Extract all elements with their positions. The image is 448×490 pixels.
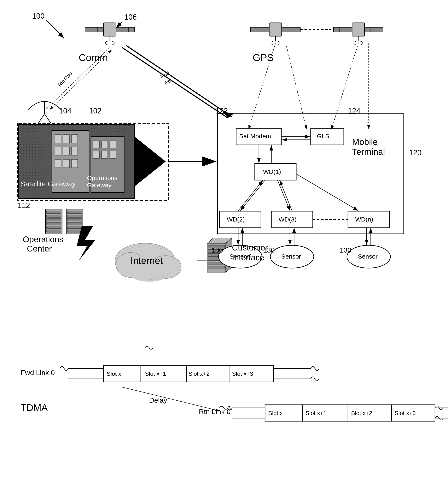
mobile-terminal-label: Mobile <box>352 137 378 147</box>
svg-rect-87 <box>47 215 61 217</box>
satellite-gateway-label: Satellite Gateway <box>21 180 76 188</box>
sensor3-label: Sensor <box>358 253 377 260</box>
diagram: Fwd Rtn Fwd Rtn <box>0 0 448 490</box>
svg-rect-74 <box>93 141 99 148</box>
rtn-link-label: Rtn Link 0 <box>199 408 231 415</box>
main-diagram-svg: Fwd Rtn Fwd Rtn <box>0 0 448 490</box>
svg-rect-93 <box>67 211 82 214</box>
rtn-slot-x2-label: Slot x+2 <box>351 410 372 416</box>
svg-rect-98 <box>67 230 82 232</box>
mobile-terminal-number-label: 120 <box>409 149 421 157</box>
mobile-terminal-box-number-label: 122 <box>215 107 228 115</box>
fwd-slot-x-label: Slot x <box>107 371 121 377</box>
svg-line-163 <box>122 387 220 411</box>
svg-line-146 <box>126 45 232 117</box>
svg-rect-82 <box>91 124 135 137</box>
svg-rect-96 <box>67 222 82 225</box>
svg-rect-79 <box>110 151 116 158</box>
svg-line-22 <box>116 22 122 28</box>
sensor2-label: Sensor <box>281 253 301 260</box>
svg-rect-65 <box>63 135 69 143</box>
tdma-label: TDMA <box>21 402 48 413</box>
operations-center-label: Operations <box>23 235 63 244</box>
gateway-number-label: 102 <box>89 107 101 115</box>
svg-text:Rtn: Rtn <box>164 77 173 86</box>
svg-rect-68 <box>63 147 69 155</box>
wd1-box-label: WD(1) <box>263 168 281 175</box>
rtn-slot-x1-label: Slot x+1 <box>305 410 327 416</box>
sensor1-label: Sensor <box>230 253 249 260</box>
svg-rect-50 <box>365 27 383 32</box>
svg-text:Rtn: Rtn <box>56 78 66 88</box>
svg-rect-67 <box>55 147 61 155</box>
svg-rect-77 <box>93 151 99 158</box>
svg-rect-66 <box>72 135 78 143</box>
svg-marker-83 <box>135 137 166 186</box>
svg-rect-89 <box>47 222 61 225</box>
fig-number-label: 100 <box>32 12 45 20</box>
svg-point-21 <box>105 41 114 45</box>
operations-gateway-label2: Gateway <box>87 182 111 189</box>
svg-rect-97 <box>67 226 82 228</box>
svg-rect-94 <box>67 215 82 217</box>
internet-label: Internet <box>131 255 163 266</box>
gls-number-label: 124 <box>348 107 360 115</box>
operations-center-label2: Center <box>27 244 52 253</box>
svg-point-38 <box>271 41 280 45</box>
wd2-box-label: WD(2) <box>227 216 245 223</box>
operations-gateway-label: Operations <box>87 175 117 181</box>
svg-rect-69 <box>72 147 78 155</box>
dish-number-label: 104 <box>59 107 72 115</box>
svg-rect-75 <box>101 141 108 148</box>
svg-rect-71 <box>63 159 69 168</box>
sensor-number2-label: 130 <box>263 246 275 254</box>
svg-rect-40 <box>333 27 352 32</box>
svg-rect-111 <box>208 266 225 269</box>
sat-modem-box-label: Sat Modem <box>239 133 271 140</box>
svg-rect-88 <box>47 219 61 221</box>
fwd-slot-x3-label: Slot x+3 <box>232 371 253 377</box>
svg-rect-86 <box>47 211 61 214</box>
comm-label: Comm <box>79 52 108 63</box>
comm-sat-number-label: 106 <box>124 13 137 21</box>
ops-center-number-label: 112 <box>18 201 30 210</box>
rtn-slot-x3-label: Slot x+3 <box>394 410 416 416</box>
svg-rect-78 <box>101 151 108 158</box>
svg-line-145 <box>122 48 228 118</box>
svg-rect-95 <box>67 219 82 221</box>
svg-point-55 <box>354 41 363 45</box>
svg-rect-33 <box>282 27 300 32</box>
sensor-number1-label: 130 <box>211 246 223 254</box>
svg-rect-91 <box>47 230 61 232</box>
rtn-slot-x-label: Slot x <box>268 410 283 416</box>
fwd-link-label: Fwd Link 0 <box>21 369 55 376</box>
wd3-box-label: WD(3) <box>278 216 296 223</box>
svg-rect-70 <box>55 159 61 168</box>
mobile-terminal-label2: Terminal <box>352 147 385 157</box>
svg-rect-23 <box>251 27 269 32</box>
svg-rect-76 <box>110 141 116 148</box>
wdn-box-label: WD(n) <box>355 216 373 223</box>
gls-box-label: GLS <box>317 133 329 140</box>
svg-rect-64 <box>55 135 61 143</box>
svg-rect-6 <box>85 27 104 32</box>
delay-label: Delay <box>149 396 167 404</box>
svg-rect-72 <box>72 159 78 168</box>
sensor-number3-label: 130 <box>340 246 351 254</box>
svg-rect-16 <box>116 27 135 32</box>
fwd-slot-x1-label: Slot x+1 <box>145 371 166 377</box>
customer-interface-label: Customer <box>232 243 268 252</box>
svg-line-5 <box>45 20 64 38</box>
fwd-slot-x2-label: Slot x+2 <box>188 371 210 377</box>
gps-label: GPS <box>253 52 274 63</box>
svg-rect-90 <box>47 226 61 228</box>
svg-text:Fwd: Fwd <box>63 70 73 81</box>
